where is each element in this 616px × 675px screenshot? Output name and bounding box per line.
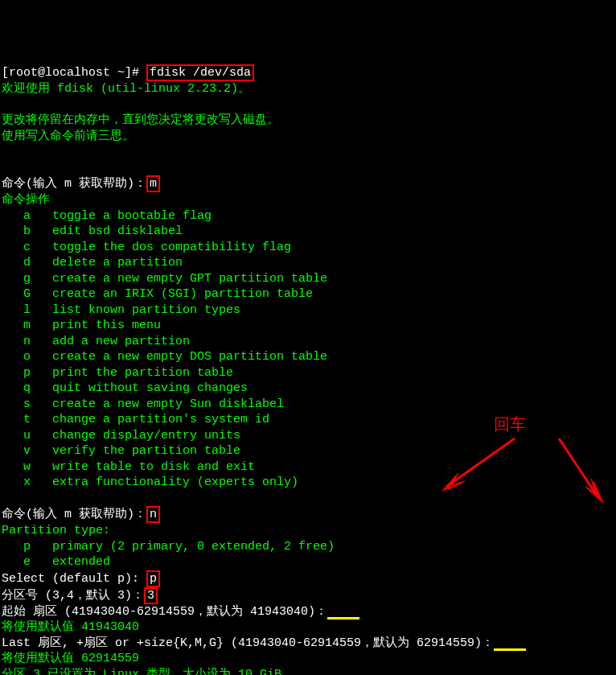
menu-item: q [23, 381, 31, 395]
menu-item: l [23, 303, 31, 317]
last-sector: Last 扇区, +扇区 or +size{K,M,G} (41943040-6… [2, 636, 494, 650]
menu-desc: edit bsd disklabel [52, 224, 183, 238]
menu-desc: print the partition table [52, 366, 233, 380]
partnum-prompt: 分区号 (3,4，默认 3)： [2, 589, 144, 603]
menu-item: b [23, 224, 31, 238]
menu-item: s [23, 397, 31, 411]
menu-desc: add a new partition [52, 335, 190, 348]
select-prompt: Select (default p): [2, 572, 146, 586]
menu-item: v [23, 444, 31, 458]
menu-item: o [23, 350, 31, 364]
menu-desc: create an IRIX (SGI) partition table [52, 287, 313, 301]
input-m-highlight: m [146, 175, 160, 192]
menu-desc: toggle a bootable flag [52, 209, 211, 223]
menu-desc: delete a partition [52, 256, 183, 270]
menu-item: t [23, 413, 31, 426]
menu-desc: list known partition types [52, 303, 240, 317]
menu-desc: extra functionality (experts only) [52, 475, 298, 489]
svg-line-3 [559, 438, 599, 499]
ptype-header: Partition type: [2, 524, 110, 537]
ptype-e: e extended [2, 555, 110, 569]
notice-1: 更改将停留在内存中，直到您决定将更改写入磁盘。 [2, 113, 279, 127]
start-default: 将使用默认值 41943040 [2, 620, 139, 634]
menu-item: c [23, 241, 31, 254]
menu-desc: write table to disk and exit [52, 460, 255, 474]
input-n: n [150, 508, 157, 521]
menu-desc: change display/entry units [52, 429, 240, 442]
terminal-output: [root@localhost ~]# fdisk /dev/sda 欢迎使用 … [2, 64, 614, 675]
cmd-prompt-2: 命令(输入 m 获取帮助)： [2, 508, 146, 521]
menu-header: 命令操作 [2, 193, 50, 207]
empty-input-underline-1 [327, 610, 359, 619]
menu-item: w [23, 460, 31, 474]
command-highlight: fdisk /dev/sda [146, 64, 254, 81]
menu-desc: change a partition's system id [52, 413, 269, 426]
menu-desc: print this menu [52, 319, 161, 332]
shell-prompt: [root@localhost ~]# [2, 66, 146, 80]
menu-item: g [23, 272, 31, 286]
cmd-prompt-1: 命令(输入 m 获取帮助)： [2, 177, 146, 191]
input-p-highlight: p [146, 570, 160, 587]
empty-input-underline-2 [494, 641, 526, 651]
menu-item: a [23, 209, 31, 223]
ptype-p: p primary (2 primary, 0 extended, 2 free… [2, 540, 335, 554]
menu-item: x [23, 475, 31, 489]
menu-item: G [23, 287, 31, 301]
command-text: fdisk /dev/sda [150, 66, 251, 80]
menu-desc: toggle the dos compatibility flag [52, 241, 291, 254]
menu-item: d [23, 256, 31, 270]
menu-item: p [23, 366, 31, 380]
welcome-line: 欢迎使用 fdisk (util-linux 2.23.2)。 [2, 82, 250, 96]
input-p: p [150, 572, 157, 586]
partition-set: 分区 3 已设置为 Linux 类型，大小设为 10 GiB [2, 668, 281, 676]
menu-desc: quit without saving changes [52, 381, 248, 395]
input-m: m [150, 177, 157, 191]
menu-desc: create a new empty GPT partition table [52, 272, 327, 286]
notice-2: 使用写入命令前请三思。 [2, 130, 134, 143]
annotation-enter: 回车 [494, 414, 526, 434]
menu-item: m [23, 319, 31, 332]
last-default: 将使用默认值 62914559 [2, 652, 139, 665]
menu-item: n [23, 335, 31, 348]
menu-desc: create a new empty DOS partition table [52, 350, 327, 364]
start-sector: 起始 扇区 (41943040-62914559，默认为 41943040)： [2, 605, 327, 619]
svg-line-0 [446, 438, 515, 487]
input-3: 3 [147, 589, 154, 603]
menu-desc: verify the partition table [52, 444, 240, 458]
input-3-highlight: 3 [144, 587, 158, 604]
input-n-highlight: n [146, 506, 160, 523]
arrow-icon-1 [434, 434, 531, 499]
menu-item: u [23, 429, 31, 442]
arrow-icon-2 [547, 434, 616, 507]
menu-desc: create a new empty Sun disklabel [52, 397, 284, 411]
